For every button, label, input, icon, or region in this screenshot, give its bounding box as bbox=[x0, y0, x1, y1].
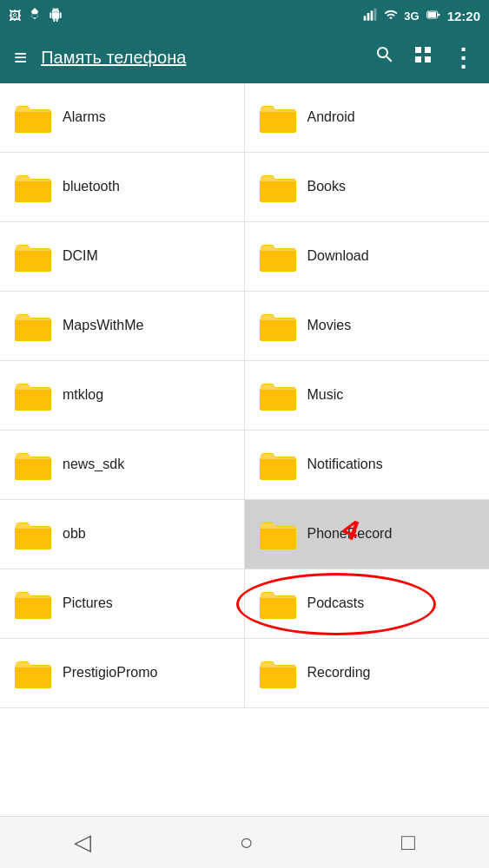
folder-icon bbox=[14, 450, 52, 481]
wifi-icon bbox=[383, 8, 399, 24]
folder-name: DCIM bbox=[63, 247, 98, 266]
svg-rect-16 bbox=[15, 251, 51, 255]
folder-item-news-sdk[interactable]: news_sdk bbox=[0, 431, 245, 500]
more-options-button[interactable]: ⋮ bbox=[447, 40, 479, 76]
svg-rect-24 bbox=[15, 390, 51, 394]
page-title: Память телефона bbox=[41, 48, 360, 68]
folder-name: Download bbox=[307, 247, 369, 266]
folder-icon bbox=[259, 380, 297, 411]
recent-apps-button[interactable]: □ bbox=[380, 822, 436, 863]
folder-icon bbox=[14, 658, 52, 689]
folder-icon bbox=[259, 241, 297, 273]
folder-item-alarms[interactable]: Alarms bbox=[0, 83, 245, 153]
folder-name: Podcasts bbox=[307, 595, 365, 613]
home-button[interactable]: ○ bbox=[219, 822, 274, 863]
folder-item-phonerecord[interactable]: PhoneRecord bbox=[245, 500, 490, 569]
folder-item-dcim[interactable]: DCIM bbox=[0, 222, 245, 292]
folder-name: Recording bbox=[307, 664, 371, 682]
svg-rect-2 bbox=[371, 10, 373, 20]
file-grid: Alarms Android bluetooth Books DCIM Down… bbox=[0, 83, 489, 708]
folder-name: MapsWithMe bbox=[63, 317, 143, 335]
folder-item-prestigiopromo[interactable]: PrestigioPromo bbox=[0, 639, 245, 708]
folder-icon bbox=[259, 589, 297, 620]
svg-rect-42 bbox=[260, 667, 296, 672]
svg-rect-22 bbox=[260, 320, 296, 325]
svg-rect-26 bbox=[260, 390, 296, 394]
svg-rect-14 bbox=[260, 181, 296, 186]
svg-rect-3 bbox=[374, 8, 377, 20]
folder-name: Pictures bbox=[63, 595, 113, 613]
folder-icon bbox=[14, 172, 52, 203]
folder-item-download[interactable]: Download bbox=[245, 222, 490, 292]
folder-name: Alarms bbox=[63, 108, 106, 127]
folder-item-music[interactable]: Music bbox=[245, 361, 490, 431]
folder-icon bbox=[259, 311, 297, 342]
svg-rect-5 bbox=[427, 12, 435, 17]
svg-rect-30 bbox=[260, 459, 296, 464]
svg-rect-1 bbox=[367, 13, 370, 21]
signal-bars-icon bbox=[362, 8, 378, 24]
folder-icon bbox=[14, 241, 52, 273]
folder-icon bbox=[14, 311, 52, 342]
folder-name: bluetooth bbox=[63, 178, 120, 196]
folder-item-mapswithme[interactable]: MapsWithMe bbox=[0, 292, 245, 361]
svg-rect-38 bbox=[260, 598, 296, 602]
folder-item-android[interactable]: Android bbox=[245, 83, 490, 153]
svg-rect-40 bbox=[15, 667, 51, 672]
folder-name: Books bbox=[307, 178, 346, 196]
status-icons-right: 3G 12:20 bbox=[362, 8, 480, 24]
folder-item-bluetooth[interactable]: bluetooth bbox=[0, 153, 245, 222]
svg-rect-0 bbox=[364, 16, 367, 20]
folder-item-obb[interactable]: obb bbox=[0, 500, 245, 569]
folder-icon bbox=[259, 450, 297, 481]
svg-rect-34 bbox=[260, 529, 296, 533]
folder-name: Music bbox=[307, 386, 344, 404]
svg-rect-28 bbox=[15, 459, 51, 464]
folder-item-movies[interactable]: Movies bbox=[245, 292, 490, 361]
svg-rect-12 bbox=[15, 181, 51, 186]
folder-icon bbox=[259, 102, 297, 134]
folder-name: Android bbox=[307, 108, 355, 127]
back-button[interactable]: ◁ bbox=[53, 822, 112, 863]
folder-icon bbox=[14, 519, 52, 550]
folder-name: Notifications bbox=[307, 456, 383, 474]
folder-icon bbox=[14, 380, 52, 411]
folder-item-podcasts[interactable]: Podcasts bbox=[245, 569, 490, 639]
folder-item-recording[interactable]: Recording bbox=[245, 639, 490, 708]
folder-icon bbox=[259, 519, 297, 550]
toolbar: ≡ Память телефона ⋮ bbox=[0, 31, 489, 83]
folder-icon bbox=[259, 172, 297, 203]
folder-item-books[interactable]: Books bbox=[245, 153, 490, 222]
svg-rect-36 bbox=[15, 598, 51, 602]
grid-view-button[interactable] bbox=[409, 41, 437, 74]
folder-name: Movies bbox=[307, 317, 352, 335]
battery-icon bbox=[425, 8, 442, 24]
folder-name: PrestigioPromo bbox=[63, 664, 157, 682]
svg-rect-20 bbox=[15, 320, 51, 325]
folder-name: obb bbox=[63, 525, 86, 543]
folder-icon bbox=[259, 658, 297, 689]
folder-icon bbox=[14, 102, 52, 134]
svg-rect-32 bbox=[15, 529, 51, 533]
folder-icon bbox=[14, 589, 52, 620]
folder-name: mtklog bbox=[63, 386, 103, 404]
status-bar: 🖼 3G 12:20 bbox=[0, 0, 489, 31]
folder-item-mtklog[interactable]: mtklog bbox=[0, 361, 245, 431]
bottom-nav: ◁ ○ □ bbox=[0, 816, 489, 868]
menu-button[interactable]: ≡ bbox=[10, 41, 30, 75]
usb-icon bbox=[28, 8, 42, 24]
search-button[interactable] bbox=[371, 41, 399, 74]
android-icon bbox=[49, 8, 63, 24]
svg-rect-18 bbox=[260, 251, 296, 255]
time-display: 12:20 bbox=[447, 9, 480, 23]
folder-name: news_sdk bbox=[63, 456, 124, 474]
status-icons-left: 🖼 bbox=[9, 8, 63, 24]
folder-name: PhoneRecord bbox=[307, 525, 393, 543]
image-icon: 🖼 bbox=[9, 9, 21, 23]
svg-rect-8 bbox=[15, 112, 51, 116]
svg-rect-10 bbox=[260, 112, 296, 116]
folder-item-pictures[interactable]: Pictures bbox=[0, 569, 245, 639]
folder-item-notifications[interactable]: Notifications bbox=[245, 431, 490, 500]
svg-rect-6 bbox=[437, 13, 439, 16]
3g-label: 3G bbox=[404, 10, 419, 23]
